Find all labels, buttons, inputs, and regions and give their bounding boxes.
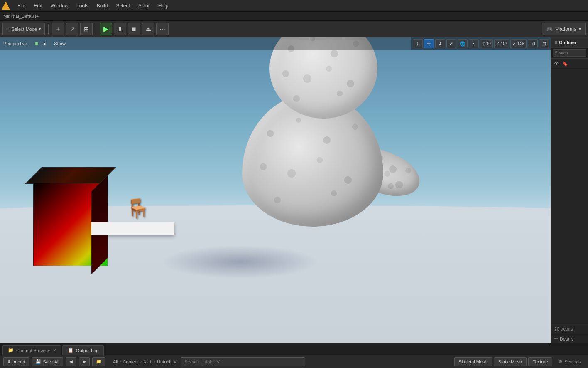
outliner-menu-icon: ≡ xyxy=(554,40,557,45)
menu-item-help[interactable]: Help xyxy=(154,2,173,10)
folder-button[interactable]: 📁 xyxy=(92,357,105,366)
outliner-toolbar: 👁 🔖 xyxy=(551,59,588,69)
outliner-filter-button[interactable]: 👁 xyxy=(553,60,560,67)
transform-button[interactable]: ⤢ xyxy=(66,23,78,35)
outliner-search-bar xyxy=(551,48,588,59)
tab-content-browser[interactable]: 📁 Content Browser ✕ xyxy=(2,345,61,355)
toolbar-sep-2 xyxy=(96,24,96,34)
add-object-button[interactable]: ＋ xyxy=(52,23,64,35)
pause-button[interactable]: ⏸ xyxy=(114,23,126,35)
transform-icon: ⤢ xyxy=(70,26,75,32)
details-button[interactable]: ✏ Details xyxy=(551,334,588,343)
platforms-button[interactable]: 🎮 Platforms ▾ xyxy=(542,23,586,35)
back-icon: ◀ xyxy=(69,359,73,364)
static-mesh-filter-button[interactable]: Static Mesh xyxy=(494,357,527,366)
bottom-tabs: 📁 Content Browser ✕ 📋 Output Log xyxy=(0,343,588,355)
select-mode-button[interactable]: ⊹ Select Mode ▾ xyxy=(2,23,45,35)
outliner-panel: ≡ Outliner 👁 🔖 20 actors ✏ Details xyxy=(551,37,588,343)
platforms-label: Platforms xyxy=(555,26,576,32)
output-log-icon: 📋 xyxy=(68,348,74,353)
bottom-content-bar: ⬇ Import 💾 Save All ◀ ▶ 📁 All › Content … xyxy=(0,355,588,368)
content-browser-close-button[interactable]: ✕ xyxy=(53,348,56,353)
breadcrumb-content[interactable]: Content xyxy=(123,359,139,364)
bottom-panel: 📁 Content Browser ✕ 📋 Output Log ⬇ Impor… xyxy=(0,343,588,368)
filter-buttons: Skeletal Mesh Static Mesh Texture xyxy=(454,357,553,366)
outliner-bookmark-button[interactable]: 🔖 xyxy=(561,60,569,67)
snap-icon: ⊞ xyxy=(84,26,89,32)
play-button[interactable]: ▶ xyxy=(100,23,112,35)
outliner-items-area xyxy=(551,69,588,324)
viewport-num-icon: □ xyxy=(530,42,532,46)
scale-tool-button[interactable]: ⤢ xyxy=(446,39,456,48)
angle-icon: ∠ xyxy=(496,42,500,46)
angle-value: 10° xyxy=(501,42,507,46)
viewport-layout-button[interactable]: ⊟ xyxy=(539,39,549,48)
angle-button[interactable]: ∠ 10° xyxy=(494,39,509,48)
tab-content-browser-label: Content Browser xyxy=(16,348,50,353)
menu-item-select[interactable]: Select xyxy=(112,2,134,10)
viewport-mode-label[interactable]: Perspective xyxy=(3,41,27,46)
platforms-chevron: ▾ xyxy=(579,27,581,31)
menu-item-build[interactable]: Build xyxy=(93,2,112,10)
eject-button[interactable]: ⏏ xyxy=(142,23,154,35)
save-all-label: Save All xyxy=(43,359,59,364)
select-mode-label: Select Mode xyxy=(12,27,37,32)
menu-item-actor[interactable]: Actor xyxy=(134,2,154,10)
bottom-left-controls: ⬇ Import 💾 Save All ◀ ▶ 📁 xyxy=(3,357,105,366)
move-tool-button[interactable]: ✛ xyxy=(424,39,434,48)
tab-output-log[interactable]: 📋 Output Log xyxy=(62,345,104,355)
import-icon: ⬇ xyxy=(7,359,11,364)
world-tool-button[interactable]: 🌐 xyxy=(458,39,468,48)
breadcrumb-all[interactable]: All xyxy=(113,359,118,364)
import-button[interactable]: ⬇ Import xyxy=(3,357,29,366)
import-label: Import xyxy=(12,359,25,364)
breadcrumb-xhl[interactable]: XHL xyxy=(143,359,152,364)
tab-output-log-label: Output Log xyxy=(76,348,98,353)
texture-filter-button[interactable]: Texture xyxy=(528,357,552,366)
viewport-show-label[interactable]: Show xyxy=(54,41,66,46)
app-logo xyxy=(2,2,10,10)
main-toolbar: ⊹ Select Mode ▾ ＋ ⤢ ⊞ ▶ ⏸ ⏹ ⏏ ⋯ 🎮 Platfo… xyxy=(0,21,588,37)
snap-button[interactable]: ⊞ xyxy=(80,23,93,35)
viewport-lit-label[interactable]: Lit xyxy=(42,41,47,46)
history-back-button[interactable]: ◀ xyxy=(66,357,76,366)
actors-count-label: 20 actors xyxy=(551,324,588,334)
rotate-tool-button[interactable]: ↺ xyxy=(435,39,445,48)
menu-item-file[interactable]: File xyxy=(13,2,29,10)
chair-object: 🪑 xyxy=(125,198,150,219)
scale-size-button[interactable]: ⤢ 0.25 xyxy=(510,39,527,48)
stop-icon: ⏹ xyxy=(132,26,137,32)
outliner-header: ≡ Outliner xyxy=(551,37,588,48)
more-options-button[interactable]: ⋯ xyxy=(156,23,169,35)
menu-item-window[interactable]: Window xyxy=(47,2,73,10)
select-tool-button[interactable]: ⊹ xyxy=(413,39,423,48)
stop-button[interactable]: ⏹ xyxy=(128,23,140,35)
scale-size-value: 0.25 xyxy=(517,42,524,46)
content-browser-icon: 📁 xyxy=(8,348,14,353)
breadcrumb: All › Content › XHL › UnfoldUV xyxy=(111,359,178,364)
platforms-icon: 🎮 xyxy=(546,26,553,32)
viewport[interactable]: 🪑 Perspective | Lit xyxy=(0,37,551,343)
grid-size-button[interactable]: ⊞ 10 xyxy=(480,39,493,48)
menu-item-tools[interactable]: Tools xyxy=(73,2,93,10)
main-content: 🪑 Perspective | Lit xyxy=(0,37,588,343)
save-all-button[interactable]: 💾 Save All xyxy=(32,357,63,366)
viewport-num-button[interactable]: □ 1 xyxy=(528,39,538,48)
viewport-menu-button[interactable]: ⋮ xyxy=(469,39,479,48)
pencil-icon: ✏ xyxy=(554,336,558,341)
menu-item-edit[interactable]: Edit xyxy=(29,2,47,10)
outliner-search-input[interactable] xyxy=(553,49,586,57)
settings-button[interactable]: ⚙ Settings xyxy=(555,357,585,366)
add-icon: ＋ xyxy=(55,25,61,33)
breadcrumb-unfold-uv[interactable]: UnfoldUV xyxy=(157,359,176,364)
viewport-num-value: 1 xyxy=(533,42,536,46)
eject-icon: ⏏ xyxy=(146,26,151,32)
pause-icon: ⏸ xyxy=(117,26,123,32)
grid-size-value: 10 xyxy=(486,42,491,46)
skeletal-mesh-filter-button[interactable]: Skeletal Mesh xyxy=(454,357,492,366)
menu-bar: File Edit Window Tools Build Select Acto… xyxy=(0,0,588,12)
content-search-input[interactable] xyxy=(181,357,305,366)
viewport-right-toolbar: ⊹ ✛ ↺ ⤢ 🌐 ⋮ ⊞ 10 ∠ 10° ⤢ 0.25 □ 1 ⊟ xyxy=(411,37,551,50)
history-forward-button[interactable]: ▶ xyxy=(79,357,90,366)
scene-objects: 🪑 xyxy=(0,37,551,343)
